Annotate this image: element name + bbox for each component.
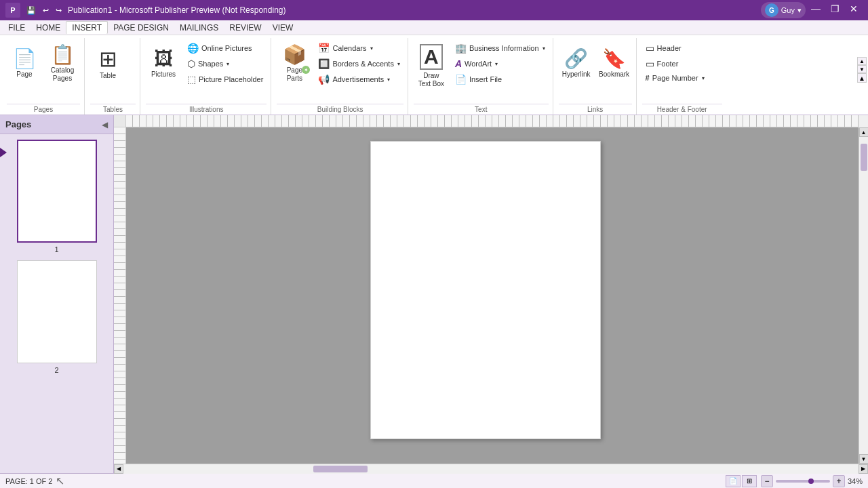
menu-mailings[interactable]: MAILINGS — [174, 22, 224, 34]
ribbon-group-tables: ⊞ Table Tables — [86, 38, 140, 115]
building-blocks-small-col: 📅 Calendars ▾ 🔲 Borders & Accents ▾ 📢 Ad… — [315, 41, 403, 87]
table-icon: ⊞ — [99, 48, 117, 70]
ribbon-scroll-down[interactable]: ▼ — [857, 65, 867, 73]
text-group-label: Text — [414, 104, 549, 113]
vscroll-down-button[interactable]: ▼ — [859, 454, 869, 464]
menu-file[interactable]: FILE — [3, 22, 31, 34]
text-group-items: A DrawText Box 🏢 Business Information ▾ … — [414, 41, 549, 102]
picture-placeholder-button[interactable]: ⬚ Picture Placeholder — [184, 72, 267, 87]
zoom-slider-thumb[interactable] — [808, 479, 814, 484]
menu-insert[interactable]: INSERT — [66, 21, 108, 34]
online-pictures-label: Online Pictures — [201, 44, 252, 52]
advertisements-button[interactable]: 📢 Advertisements ▾ — [315, 72, 403, 87]
page-number-label: Page Number — [652, 74, 698, 82]
canvas-scroll[interactable] — [126, 127, 859, 464]
insert-file-button[interactable]: 📄 Insert File — [452, 72, 549, 87]
canvas-with-rulers: ▲ ▼ ◀ ▶ — [114, 115, 868, 473]
zoom-in-button[interactable]: + — [833, 475, 845, 487]
vscroll-up-button[interactable]: ▲ — [859, 127, 869, 137]
table-label: Table — [100, 72, 116, 80]
calendars-button[interactable]: 📅 Calendars ▾ — [315, 41, 403, 56]
hyperlink-icon: 🔗 — [564, 49, 588, 68]
title-bar: P 💾 ↩ ↪ Publication1 - Microsoft Publish… — [0, 0, 868, 20]
ribbon-collapse-button[interactable]: ▲ — [857, 73, 867, 83]
bookmark-button[interactable]: 🔖 Bookmark — [597, 41, 632, 87]
catalog-pages-button[interactable]: 📋 CatalogPages — [45, 41, 80, 87]
hyperlink-button[interactable]: 🔗 Hyperlink — [559, 41, 594, 87]
header-footer-small-col: ▭ Header ▭ Footer # Page Number ▾ — [642, 41, 708, 84]
borders-accents-button[interactable]: 🔲 Borders & Accents ▾ — [315, 56, 403, 71]
page-number-icon: # — [646, 74, 650, 82]
page-button[interactable]: 📄 Page — [7, 41, 42, 87]
page-thumb-1[interactable]: 1 — [5, 140, 108, 253]
page-thumb-2[interactable]: 2 — [5, 260, 108, 374]
menu-view[interactable]: VIEW — [267, 22, 299, 34]
tables-group-label: Tables — [90, 104, 136, 113]
quick-access-toolbar: 💾 ↩ ↪ — [24, 5, 64, 16]
draw-text-box-button[interactable]: A DrawText Box — [414, 41, 449, 92]
online-pictures-button[interactable]: 🌐 Online Pictures — [184, 41, 267, 56]
ruler-vertical — [114, 127, 126, 464]
pictures-button[interactable]: 🖼 Pictures — [146, 41, 181, 87]
close-button[interactable]: ✕ — [845, 2, 863, 16]
online-pictures-icon: 🌐 — [187, 43, 199, 54]
illustrations-small-col: 🌐 Online Pictures ⬡ Shapes ▾ ⬚ Picture P… — [184, 41, 267, 87]
page-number-button[interactable]: # Page Number ▾ — [642, 72, 708, 84]
pages-panel-collapse[interactable]: ◀ — [102, 120, 108, 129]
page-parts-badge: ✦ — [302, 66, 310, 74]
catalog-pages-icon: 📋 — [51, 45, 75, 64]
menu-page-design[interactable]: PAGE DESIGN — [108, 22, 174, 34]
hscroll-right-button[interactable]: ▶ — [859, 464, 868, 474]
building-blocks-group-items: 📦 PageParts ✦ 📅 Calendars ▾ 🔲 Borders & … — [277, 41, 403, 102]
footer-button[interactable]: ▭ Footer — [642, 56, 708, 71]
qat-save[interactable]: 💾 — [24, 5, 38, 16]
table-button[interactable]: ⊞ Table — [90, 41, 125, 87]
qat-redo[interactable]: ↪ — [54, 5, 64, 16]
header-label: Header — [657, 44, 682, 52]
advertisements-icon: 📢 — [318, 74, 330, 85]
view-two-page[interactable]: ⊞ — [742, 475, 757, 487]
page-thumb-label-2: 2 — [54, 366, 58, 374]
bookmark-label: Bookmark — [599, 70, 629, 79]
illustrations-group-items: 🖼 Pictures 🌐 Online Pictures ⬡ Shapes ▾ … — [146, 41, 267, 102]
view-single-page[interactable]: 📄 — [726, 475, 741, 487]
pages-panel: Pages ◀ 1 2 — [0, 115, 114, 473]
vscroll-thumb[interactable] — [861, 144, 867, 171]
zoom-percent: 34% — [848, 477, 863, 485]
hscroll-left-button[interactable]: ◀ — [114, 464, 123, 474]
header-button[interactable]: ▭ Header — [642, 41, 708, 56]
user-button[interactable]: G Guy ▾ — [761, 2, 806, 18]
ribbon-scroll-up[interactable]: ▲ — [857, 57, 867, 65]
footer-label: Footer — [657, 60, 679, 68]
draw-text-box-icon: A — [420, 44, 443, 70]
zoom-control: − + 34% — [761, 475, 863, 487]
page-parts-button[interactable]: 📦 PageParts ✦ — [277, 41, 312, 87]
page-parts-label: PageParts — [287, 66, 302, 83]
minimize-button[interactable]: — — [807, 2, 825, 16]
ribbon-group-header-footer: ▭ Header ▭ Footer # Page Number ▾ Header… — [638, 38, 726, 115]
calendars-label: Calendars — [332, 44, 366, 52]
calendars-dropdown-icon: ▾ — [370, 45, 373, 52]
page-canvas-1 — [370, 141, 601, 439]
zoom-out-button[interactable]: − — [761, 475, 773, 487]
borders-accents-dropdown-icon: ▾ — [397, 61, 400, 67]
ruler-corner — [114, 115, 126, 127]
page-thumb-img-2 — [17, 260, 97, 363]
menu-home[interactable]: HOME — [31, 22, 66, 34]
zoom-slider[interactable] — [776, 480, 830, 483]
page-thumb-label-1: 1 — [54, 245, 58, 253]
wordart-icon: A — [455, 58, 462, 69]
picture-placeholder-icon: ⬚ — [187, 74, 196, 85]
shapes-button[interactable]: ⬡ Shapes ▾ — [184, 56, 267, 71]
qat-undo[interactable]: ↩ — [41, 5, 51, 16]
maximize-button[interactable]: ❐ — [826, 2, 844, 16]
calendars-icon: 📅 — [318, 43, 330, 54]
menu-review[interactable]: REVIEW — [224, 22, 267, 34]
ribbon: 📄 Page 📋 CatalogPages Pages ⊞ Table Tabl… — [0, 35, 868, 115]
hscroll-thumb[interactable] — [313, 466, 368, 472]
borders-accents-icon: 🔲 — [318, 58, 330, 69]
business-info-button[interactable]: 🏢 Business Information ▾ — [452, 41, 549, 56]
picture-placeholder-label: Picture Placeholder — [199, 75, 263, 83]
wordart-button[interactable]: A WordArt ▾ — [452, 56, 549, 71]
ribbon-content: 📄 Page 📋 CatalogPages Pages ⊞ Table Tabl… — [3, 38, 865, 115]
